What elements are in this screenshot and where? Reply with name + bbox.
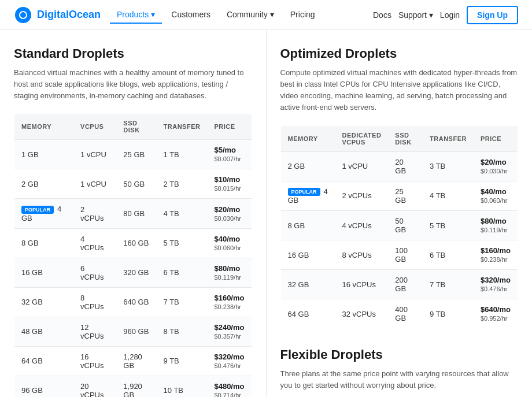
cell-transfer: 9 TB — [157, 346, 208, 376]
col-ssd: SSD DISK — [388, 125, 423, 151]
col-price: PRICE — [474, 125, 518, 151]
cell-ssd: 320 GB — [116, 258, 156, 287]
table-row: 16 GB8 vCPUs100 GB6 TB$160/mo$0.238/hr — [280, 240, 518, 270]
cell-ssd: 20 GB — [388, 151, 423, 181]
cell-vcpus: 12 vCPUs — [73, 317, 116, 346]
right-col: Optimized Droplets Compute optimized vir… — [267, 30, 533, 397]
col-transfer: TRANSFER — [423, 125, 474, 151]
cell-transfer: 7 TB — [157, 287, 208, 317]
col-memory: MEMORY — [280, 125, 335, 151]
cell-ssd: 25 GB — [388, 181, 423, 211]
col-memory: MEMORY — [14, 114, 74, 140]
cell-ssd: 960 GB — [116, 317, 156, 346]
cell-memory: 64 GB — [14, 346, 74, 376]
cell-vcpus: 1 vCPU — [335, 151, 388, 181]
nav-login[interactable]: Login — [440, 10, 460, 20]
table-row: POPULAR4 GB2 vCPUs80 GB4 TB$20/mo$0.030/… — [14, 199, 252, 229]
table-row: POPULAR4 GB2 vCPUs25 GB4 TB$40/mo$0.060/… — [280, 181, 518, 211]
cell-price: $160/mo$0.238/hr — [474, 240, 518, 270]
cell-ssd: 400 GB — [388, 299, 423, 329]
cell-price: $20/mo$0.030/hr — [207, 199, 252, 229]
nav-support[interactable]: Support ▾ — [398, 10, 433, 20]
cell-price: $160/mo$0.238/hr — [207, 287, 252, 317]
cell-price: $40/mo$0.060/hr — [474, 181, 518, 211]
nav-pricing[interactable]: Pricing — [283, 6, 322, 24]
logo-icon: ○ — [14, 6, 32, 24]
cell-ssd: 200 GB — [388, 270, 423, 299]
cell-transfer: 7 TB — [423, 270, 474, 299]
cell-vcpus: 32 vCPUs — [335, 299, 388, 329]
table-row: 8 GB4 vCPUs50 GB5 TB$80/mo$0.119/hr — [280, 211, 518, 240]
cell-price: $320/mo$0.476/hr — [207, 346, 252, 376]
cell-price: $80/mo$0.119/hr — [207, 258, 252, 287]
cell-transfer: 4 TB — [423, 181, 474, 211]
cell-memory: 8 GB — [14, 228, 74, 258]
cell-ssd: 1,280 GB — [116, 346, 156, 376]
col-price: PRICE — [207, 114, 252, 140]
optimized-droplets-title: Optimized Droplets — [280, 46, 519, 61]
table-row: 32 GB16 vCPUs200 GB7 TB$320/mo$0.476/hr — [280, 270, 518, 299]
cell-vcpus: 4 vCPUs — [73, 228, 116, 258]
cell-transfer: 6 TB — [423, 240, 474, 270]
cell-memory: 1 GB — [14, 140, 74, 169]
svg-point-3 — [20, 12, 26, 18]
logo[interactable]: ○ DigitalOcean — [14, 6, 101, 24]
nav-docs[interactable]: Docs — [373, 10, 391, 20]
col-vcpus: VCPUS — [73, 114, 116, 140]
optimized-droplets-section: Optimized Droplets Compute optimized vir… — [280, 46, 519, 329]
cell-vcpus: 4 vCPUs — [335, 211, 388, 240]
cell-memory: 16 GB — [280, 240, 335, 270]
cell-ssd: 50 GB — [116, 169, 156, 199]
cell-transfer: 8 TB — [157, 317, 208, 346]
cell-memory: POPULAR4 GB — [14, 199, 74, 229]
cell-memory: 48 GB — [14, 317, 74, 346]
cell-transfer: 3 TB — [423, 151, 474, 181]
table-row: 8 GB4 vCPUs160 GB5 TB$40/mo$0.060/hr — [14, 228, 252, 258]
cell-transfer: 1 TB — [157, 140, 208, 169]
cell-memory: 16 GB — [14, 258, 74, 287]
flexible-droplets-title: Flexible Droplets — [280, 347, 519, 362]
cell-transfer: 6 TB — [157, 258, 208, 287]
cell-vcpus: 16 vCPUs — [73, 346, 116, 376]
cell-vcpus: 8 vCPUs — [335, 240, 388, 270]
cell-ssd: 80 GB — [116, 199, 156, 229]
nav-products[interactable]: Products ▾ — [110, 6, 162, 24]
table-row: 64 GB32 vCPUs400 GB9 TB$640/mo$0.952/hr — [280, 299, 518, 329]
cell-price: $10/mo$0.015/hr — [207, 169, 252, 199]
cell-vcpus: 6 vCPUs — [73, 258, 116, 287]
signup-button[interactable]: Sign Up — [467, 6, 518, 24]
cell-vcpus: 16 vCPUs — [335, 270, 388, 299]
chevron-down-icon: ▾ — [151, 10, 155, 19]
cell-ssd: 25 GB — [116, 140, 156, 169]
nav-customers[interactable]: Customers — [164, 6, 217, 24]
cell-memory: 96 GB — [14, 376, 74, 397]
nav-links: Products ▾ Customers Community ▾ Pricing — [110, 6, 373, 24]
cell-memory: 2 GB — [14, 169, 74, 199]
table-row: 32 GB8 vCPUs640 GB7 TB$160/mo$0.238/hr — [14, 287, 252, 317]
navbar: ○ DigitalOcean Products ▾ Customers Comm… — [0, 0, 532, 30]
cell-transfer: 5 TB — [157, 228, 208, 258]
cell-price: $40/mo$0.060/hr — [207, 228, 252, 258]
table-row: 1 GB1 vCPU25 GB1 TB$5/mo$0.007/hr — [14, 140, 252, 169]
cell-transfer: 2 TB — [157, 169, 208, 199]
standard-droplets-title: Standard Droplets — [14, 46, 252, 61]
table-row: 96 GB20 vCPUs1,920 GB10 TB$480/mo$0.714/… — [14, 376, 252, 397]
cell-vcpus: 8 vCPUs — [73, 287, 116, 317]
cell-transfer: 5 TB — [423, 211, 474, 240]
table-row: 2 GB1 vCPU50 GB2 TB$10/mo$0.015/hr — [14, 169, 252, 199]
cell-vcpus: 1 vCPU — [73, 140, 116, 169]
cell-price: $20/mo$0.030/hr — [474, 151, 518, 181]
nav-community[interactable]: Community ▾ — [220, 6, 281, 24]
cell-memory: 32 GB — [14, 287, 74, 317]
popular-badge: POPULAR — [21, 206, 54, 214]
cell-vcpus: 2 vCPUs — [73, 199, 116, 229]
logo-text: DigitalOcean — [37, 9, 101, 21]
cell-ssd: 640 GB — [116, 287, 156, 317]
col-dedicated-vcpus: DEDICATEDVCPUS — [335, 125, 388, 151]
cell-ssd: 50 GB — [388, 211, 423, 240]
cell-memory: 2 GB — [280, 151, 335, 181]
optimized-droplets-desc: Compute optimized virtual machines with … — [280, 67, 519, 114]
nav-right: Docs Support ▾ Login Sign Up — [373, 6, 518, 24]
cell-vcpus: 1 vCPU — [73, 169, 116, 199]
cell-vcpus: 20 vCPUs — [73, 376, 116, 397]
